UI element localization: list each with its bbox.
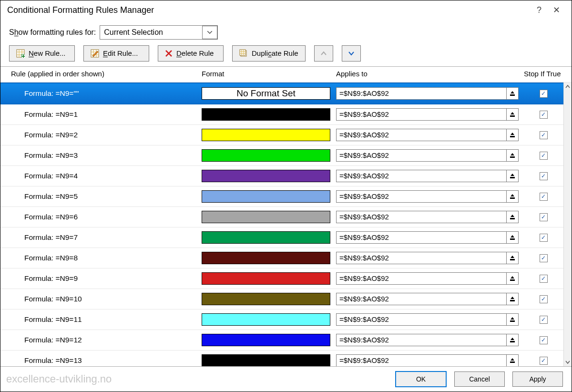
- rule-format-swatch[interactable]: No Format Set: [202, 87, 330, 100]
- rule-format-swatch[interactable]: [202, 108, 330, 121]
- rule-applies: =$N$9:$AO$92: [336, 231, 519, 244]
- stop-if-true: ✓: [523, 275, 563, 283]
- stop-checkbox[interactable]: ✓: [540, 111, 548, 119]
- rule-row[interactable]: Formula: =N9=""No Format Set=$N$9:$AO$92…: [0, 83, 563, 104]
- scroll-up-icon[interactable]: [565, 84, 570, 88]
- ok-button[interactable]: OK: [395, 371, 447, 387]
- svg-rect-12: [510, 238, 515, 240]
- stop-checkbox[interactable]: ✓: [540, 234, 548, 242]
- show-rules-for: Show formatting rules for: Current Selec…: [0, 21, 572, 42]
- rule-row[interactable]: Formula: =N9=9=$N$9:$AO$92✓: [0, 268, 563, 289]
- stop-checkbox[interactable]: ✓: [540, 213, 548, 221]
- applies-field[interactable]: =$N$9:$AO$92: [336, 252, 507, 264]
- applies-field[interactable]: =$N$9:$AO$92: [336, 129, 507, 141]
- applies-field[interactable]: =$N$9:$AO$92: [336, 313, 507, 326]
- scope-select-value: Current Selection: [104, 28, 163, 37]
- grid-header: Rule (applied in order shown) Format App…: [0, 67, 572, 83]
- rule-format-swatch[interactable]: [202, 211, 330, 223]
- stop-checkbox[interactable]: ✓: [540, 316, 548, 324]
- scrollbar[interactable]: [563, 83, 572, 366]
- stop-checkbox[interactable]: ✓: [540, 152, 548, 160]
- rule-format-swatch[interactable]: [202, 170, 330, 182]
- col-applies: Applies to: [336, 70, 524, 78]
- rule-format-swatch[interactable]: [202, 313, 330, 326]
- range-picker-icon[interactable]: [507, 231, 519, 244]
- rule-format-swatch[interactable]: [202, 129, 330, 141]
- range-picker-icon[interactable]: [507, 334, 519, 346]
- rule-name: Formula: =N9="": [11, 89, 202, 98]
- applies-field[interactable]: =$N$9:$AO$92: [336, 293, 507, 305]
- rule-name: Formula: =N9=5: [11, 192, 202, 201]
- applies-field[interactable]: =$N$9:$AO$92: [336, 170, 507, 182]
- range-picker-icon[interactable]: [507, 272, 519, 285]
- rule-format-swatch[interactable]: [202, 293, 330, 305]
- duplicate-rule-button[interactable]: Duplicate Rule: [232, 45, 306, 62]
- rule-row[interactable]: Formula: =N9=11=$N$9:$AO$92✓: [0, 309, 563, 330]
- range-picker-icon[interactable]: [507, 211, 519, 223]
- rule-row[interactable]: Formula: =N9=7=$N$9:$AO$92✓: [0, 227, 563, 248]
- cancel-button[interactable]: Cancel: [454, 371, 505, 387]
- applies-field[interactable]: =$N$9:$AO$92: [336, 354, 507, 366]
- stop-checkbox[interactable]: ✓: [540, 131, 548, 139]
- applies-field[interactable]: =$N$9:$AO$92: [336, 190, 507, 203]
- stop-checkbox[interactable]: ✓: [540, 275, 548, 283]
- stop-checkbox[interactable]: ✓: [540, 357, 548, 365]
- svg-rect-10: [510, 197, 515, 199]
- rule-row[interactable]: Formula: =N9=3=$N$9:$AO$92✓: [0, 145, 563, 166]
- scope-select[interactable]: Current Selection: [100, 25, 218, 40]
- help-icon[interactable]: ?: [531, 5, 548, 16]
- rule-format-swatch[interactable]: [202, 272, 330, 285]
- stop-checkbox[interactable]: ✓: [540, 172, 548, 180]
- range-picker-icon[interactable]: [507, 313, 519, 326]
- rule-format-swatch[interactable]: [202, 149, 330, 162]
- edit-rule-button[interactable]: Edit Rule...: [83, 45, 149, 62]
- stop-checkbox[interactable]: ✓: [540, 295, 548, 303]
- stop-checkbox[interactable]: ✓: [540, 336, 548, 344]
- rule-row[interactable]: Formula: =N9=13=$N$9:$AO$92✓: [0, 351, 563, 366]
- rule-row[interactable]: Formula: =N9=5=$N$9:$AO$92✓: [0, 186, 563, 207]
- rule-format-swatch[interactable]: [202, 334, 330, 346]
- rule-row[interactable]: Formula: =N9=8=$N$9:$AO$92✓: [0, 248, 563, 268]
- applies-field[interactable]: =$N$9:$AO$92: [336, 334, 507, 346]
- range-picker-icon[interactable]: [507, 87, 519, 100]
- rule-name: Formula: =N9=10: [11, 295, 202, 304]
- range-picker-icon[interactable]: [507, 293, 519, 305]
- move-down-button[interactable]: [342, 45, 361, 62]
- footer: excellence-utvikling.no OK Cancel Apply: [0, 366, 572, 392]
- scroll-down-icon[interactable]: [565, 361, 570, 364]
- range-picker-icon[interactable]: [507, 108, 519, 121]
- applies-field[interactable]: =$N$9:$AO$92: [336, 211, 507, 223]
- range-picker-icon[interactable]: [507, 170, 519, 182]
- applies-field[interactable]: =$N$9:$AO$92: [336, 108, 507, 121]
- applies-field[interactable]: =$N$9:$AO$92: [336, 87, 507, 100]
- applies-field[interactable]: =$N$9:$AO$92: [336, 149, 507, 162]
- rule-format-swatch[interactable]: [202, 190, 330, 203]
- rule-row[interactable]: Formula: =N9=4=$N$9:$AO$92✓: [0, 166, 563, 186]
- stop-checkbox[interactable]: ✓: [540, 254, 548, 262]
- rule-name: Formula: =N9=2: [11, 131, 202, 140]
- new-rule-button[interactable]: New Rule...: [9, 45, 75, 62]
- range-picker-icon[interactable]: [507, 354, 519, 366]
- applies-field[interactable]: =$N$9:$AO$92: [336, 231, 507, 244]
- rule-applies: =$N$9:$AO$92: [336, 293, 519, 305]
- range-picker-icon[interactable]: [507, 129, 519, 141]
- svg-rect-11: [510, 218, 515, 219]
- close-icon[interactable]: ✕: [548, 5, 565, 16]
- rule-format-swatch[interactable]: [202, 354, 330, 366]
- apply-button[interactable]: Apply: [512, 371, 563, 387]
- stop-checkbox[interactable]: ✓: [540, 90, 548, 98]
- rule-format-swatch[interactable]: [202, 252, 330, 264]
- range-picker-icon[interactable]: [507, 252, 519, 264]
- rule-row[interactable]: Formula: =N9=6=$N$9:$AO$92✓: [0, 207, 563, 227]
- new-rule-icon: [16, 49, 25, 58]
- rule-format-swatch[interactable]: [202, 231, 330, 244]
- range-picker-icon[interactable]: [507, 190, 519, 203]
- stop-checkbox[interactable]: ✓: [540, 193, 548, 201]
- delete-rule-button[interactable]: Delete Rule: [158, 45, 224, 62]
- range-picker-icon[interactable]: [507, 149, 519, 162]
- rule-row[interactable]: Formula: =N9=2=$N$9:$AO$92✓: [0, 125, 563, 145]
- rule-row[interactable]: Formula: =N9=10=$N$9:$AO$92✓: [0, 289, 563, 309]
- rule-row[interactable]: Formula: =N9=1=$N$9:$AO$92✓: [0, 104, 563, 125]
- applies-field[interactable]: =$N$9:$AO$92: [336, 272, 507, 285]
- rule-row[interactable]: Formula: =N9=12=$N$9:$AO$92✓: [0, 330, 563, 351]
